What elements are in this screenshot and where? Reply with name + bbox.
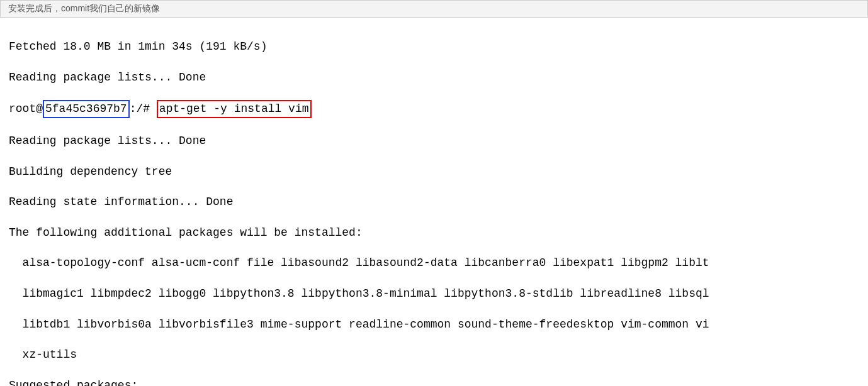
terminal-line: root@5fa45c3697b7:/# apt-get -y install … [9,100,859,118]
terminal-line: xz-utils [9,347,859,362]
terminal-line: alsa-topology-conf alsa-ucm-conf file li… [9,255,859,270]
command-highlight: apt-get -y install vim [157,100,312,118]
terminal-line: Reading state information... Done [9,194,859,209]
terminal-line: libmagic1 libmpdec2 libogg0 libpython3.8… [9,286,859,301]
terminal-line: The following additional packages will b… [9,225,859,240]
container-id-highlight: 5fa45c3697b7 [43,100,130,118]
terminal-output: Fetched 18.0 MB in 1min 34s (191 kB/s) R… [0,18,868,386]
terminal-line: libtdb1 libvorbis0a libvorbisfile3 mime-… [9,317,859,332]
terminal-line: Building dependency tree [9,164,859,179]
terminal-line: Reading package lists... Done [9,133,859,148]
terminal-line: Reading package lists... Done [9,70,859,85]
terminal-line: Fetched 18.0 MB in 1min 34s (191 kB/s) [9,39,859,54]
tab-label: 安装完成后，commit我们自己的新镜像 [0,0,868,18]
tab-text: 安装完成后，commit我们自己的新镜像 [8,3,160,13]
terminal-line: Suggested packages: [9,378,859,386]
